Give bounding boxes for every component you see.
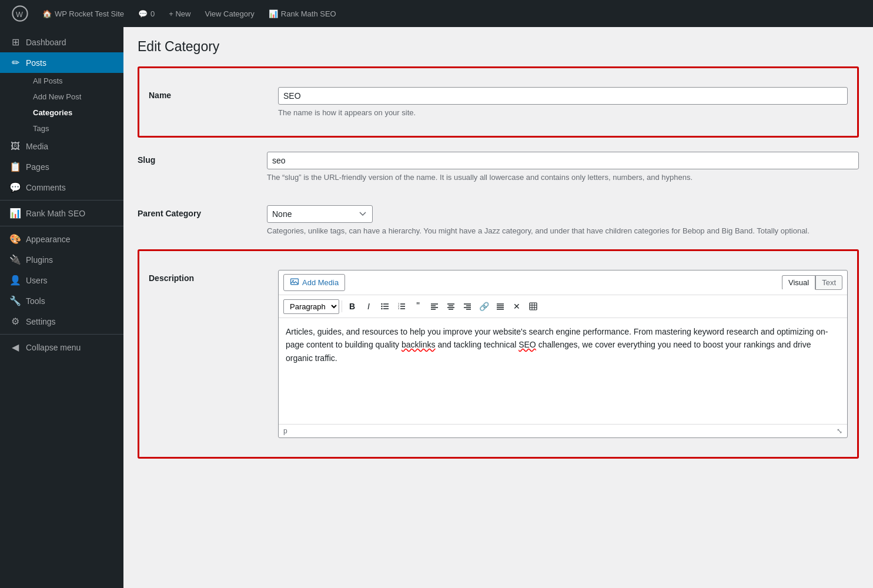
italic-button[interactable]: I (361, 299, 376, 314)
add-media-label: Add Media (302, 278, 339, 287)
remove-format-button[interactable]: ✕ (509, 299, 524, 314)
posts-icon: ✏ (9, 57, 21, 68)
sidebar-item-tools[interactable]: 🔧 Tools (0, 290, 123, 311)
name-section: Name The name is how it appears on your … (138, 66, 859, 138)
sidebar-sub-categories[interactable]: Categories (26, 105, 123, 121)
rank-math-bar-button[interactable]: 📊 Rank Math SEO (264, 7, 341, 21)
resize-handle[interactable]: ⤡ (837, 427, 842, 435)
svg-point-9 (381, 308, 382, 309)
posts-submenu: All Posts Add New Post Categories Tags (0, 73, 123, 136)
description-row: Description (149, 260, 848, 447)
divider-1 (0, 200, 123, 201)
blockquote-button[interactable]: " (410, 299, 426, 314)
sidebar-sub-tags[interactable]: Tags (26, 121, 123, 136)
comment-count: 0 (150, 9, 155, 18)
align-left-button[interactable] (427, 299, 442, 314)
editor-tabs: Visual Text (782, 275, 842, 290)
sidebar-item-comments[interactable]: 💬 Comments (0, 177, 123, 198)
slug-field-container: The “slug” is the URL-friendly version o… (267, 152, 859, 182)
description-label: Description (149, 270, 278, 438)
sidebar-item-users[interactable]: 👤 Users (0, 270, 123, 290)
add-media-button[interactable]: Add Media (283, 274, 345, 291)
sidebar-label-appearance: Appearance (26, 235, 71, 244)
sidebar-label-users: Users (26, 276, 48, 285)
more-horiz-button[interactable] (493, 299, 508, 314)
slug-input[interactable] (267, 152, 859, 169)
sidebar-label-settings: Settings (26, 317, 56, 326)
name-input[interactable] (278, 87, 848, 105)
comment-icon: 💬 (138, 9, 148, 18)
site-name-button[interactable]: 🏠 WP Rocket Test Site (38, 7, 129, 21)
sidebar-sub-add-new[interactable]: Add New Post (26, 89, 123, 105)
slug-help: The “slug” is the URL-friendly version o… (267, 173, 859, 182)
sidebar-item-appearance[interactable]: 🎨 Appearance (0, 229, 123, 249)
sidebar-item-dashboard[interactable]: ⊞ Dashboard (0, 32, 123, 52)
align-right-button[interactable] (460, 299, 475, 314)
svg-rect-32 (530, 303, 537, 310)
admin-bar: W 🏠 WP Rocket Test Site 💬 0 + New View C… (0, 0, 873, 27)
sidebar-item-media[interactable]: 🖼 Media (0, 136, 123, 156)
sidebar-label-posts: Posts (26, 58, 46, 68)
sidebar-label-comments: Comments (26, 183, 66, 192)
sidebar-label-media: Media (26, 142, 48, 151)
collapse-icon: ◀ (9, 342, 21, 353)
visual-tab[interactable]: Visual (782, 275, 815, 290)
paragraph-select[interactable]: Paragraph (283, 299, 339, 314)
sidebar-item-collapse[interactable]: ◀ Collapse menu (0, 337, 123, 358)
site-name: WP Rocket Test Site (55, 9, 124, 18)
comments-button[interactable]: 💬 0 (133, 7, 159, 21)
editor-container: Add Media Visual Text Paragraph (278, 270, 848, 438)
sidebar-item-pages[interactable]: 📋 Pages (0, 156, 123, 177)
unordered-list-button[interactable] (377, 299, 393, 314)
sidebar-label-plugins: Plugins (26, 255, 53, 265)
toolbar-separator-1 (342, 300, 342, 312)
parent-label: Parent Category (138, 205, 267, 235)
svg-point-8 (381, 306, 382, 307)
plugins-icon: 🔌 (9, 254, 21, 265)
tools-icon: 🔧 (9, 295, 21, 306)
editor-toolbar: Paragraph B I 123 " (279, 295, 847, 318)
view-category-button[interactable]: View Category (200, 7, 259, 21)
sidebar-label-tools: Tools (26, 296, 45, 306)
link-button[interactable]: 🔗 (476, 299, 491, 314)
divider-2 (0, 226, 123, 226)
parent-select[interactable]: None (267, 205, 373, 223)
sidebar-item-settings[interactable]: ⚙ Settings (0, 311, 123, 332)
pages-icon: 📋 (9, 161, 21, 172)
parent-field-container: None Categories, unlike tags, can have a… (267, 205, 859, 235)
rank-math-bar-label: Rank Math SEO (281, 9, 336, 18)
parent-row: Parent Category None Categories, unlike … (138, 196, 859, 245)
settings-icon: ⚙ (9, 316, 21, 327)
rank-math-bar-icon: 📊 (269, 9, 278, 18)
editor-topbar: Add Media Visual Text (279, 270, 847, 295)
sidebar-label-dashboard: Dashboard (26, 38, 66, 47)
editor-statusbar: p ⤡ (279, 424, 847, 437)
sidebar-label-collapse: Collapse menu (26, 343, 81, 352)
table-button[interactable] (526, 299, 541, 314)
align-center-button[interactable] (443, 299, 459, 314)
slug-row: Slug The “slug” is the URL-friendly vers… (138, 142, 859, 191)
new-button[interactable]: + New (164, 7, 195, 21)
wp-logo-button[interactable]: W (7, 3, 33, 24)
page-title: Edit Category (138, 39, 859, 55)
text-tab[interactable]: Text (815, 275, 842, 290)
ordered-list-button[interactable]: 123 (394, 299, 409, 314)
bold-button[interactable]: B (344, 299, 360, 314)
comments-icon: 💬 (9, 182, 21, 193)
sidebar-item-plugins[interactable]: 🔌 Plugins (0, 249, 123, 270)
name-label: Name (149, 87, 278, 117)
sidebar-sub-all-posts[interactable]: All Posts (26, 73, 123, 89)
seo-link: SEO (519, 340, 536, 349)
users-icon: 👤 (9, 275, 21, 286)
new-label: + New (169, 9, 190, 18)
sidebar-item-rankmath[interactable]: 📊 Rank Math SEO (0, 203, 123, 223)
name-field-container: The name is how it appears on your site. (278, 87, 848, 117)
description-text: Articles, guides, and resources to help … (286, 325, 840, 365)
sidebar-label-rankmath: Rank Math SEO (26, 209, 85, 218)
sidebar-item-posts[interactable]: ✏ Posts (0, 52, 123, 73)
rankmath-icon: 📊 (9, 208, 21, 219)
name-help: The name is how it appears on your site. (278, 108, 848, 117)
parent-help: Categories, unlike tags, can have a hier… (267, 226, 859, 235)
svg-point-7 (381, 303, 382, 305)
editor-content[interactable]: Articles, guides, and resources to help … (279, 318, 847, 424)
